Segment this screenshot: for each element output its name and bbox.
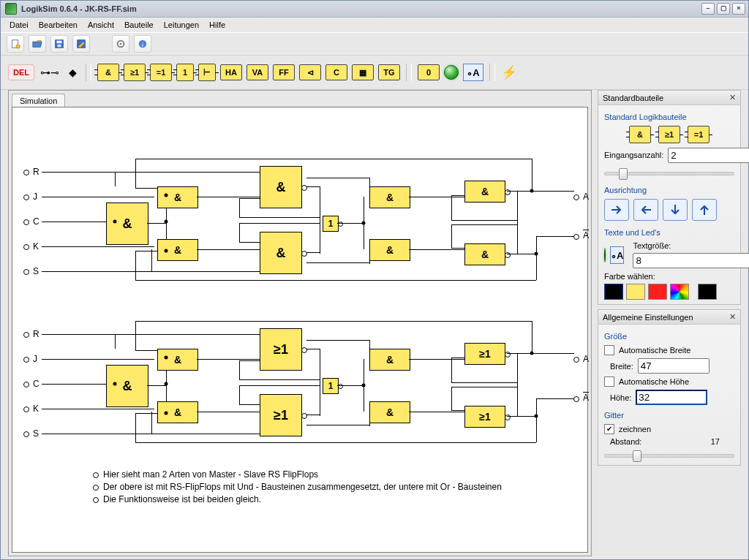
clock-tool[interactable]: C bbox=[325, 64, 347, 80]
std-and[interactable]: & bbox=[629, 126, 651, 143]
io-a2-bar: A bbox=[583, 393, 589, 403]
and-gate-tool[interactable]: & bbox=[97, 64, 119, 81]
color-red[interactable] bbox=[648, 284, 667, 300]
io-s: S bbox=[33, 266, 39, 276]
gate: ≥1 bbox=[260, 394, 302, 436]
io-k: K bbox=[33, 241, 39, 251]
auto-height-checkbox[interactable] bbox=[604, 377, 614, 387]
gate: & bbox=[369, 186, 410, 208]
node-tool[interactable]: ◆ bbox=[65, 67, 80, 78]
info-button[interactable]: i bbox=[134, 35, 151, 53]
gate: & bbox=[157, 401, 198, 423]
settings-button[interactable] bbox=[112, 35, 129, 53]
const-zero-tool[interactable]: 0 bbox=[418, 64, 440, 80]
window-title: LogikSim 0.6.4 - JK-RS-FF.sim bbox=[21, 4, 137, 13]
io-a-bar: A bbox=[583, 230, 589, 241]
io-a: A bbox=[583, 192, 589, 202]
panel-close-icon[interactable]: ✕ bbox=[729, 93, 736, 102]
comment-1: Hier sieht man 2 Arten von Master - Slav… bbox=[93, 469, 318, 480]
standard-parts-panel: Standardbauteile✕ Standard Logikbauteile… bbox=[598, 90, 741, 305]
color-label: Farbe wählen: bbox=[604, 272, 734, 281]
color-black[interactable] bbox=[604, 284, 623, 300]
schematic-canvas[interactable]: R J C K S A A R J C K S A A Hier sieh bbox=[12, 107, 587, 552]
color-picker-icon[interactable] bbox=[670, 284, 689, 300]
menu-parts[interactable]: Bauteile bbox=[120, 19, 158, 31]
tab-simulation[interactable]: Simulation bbox=[12, 94, 65, 107]
gate: & bbox=[106, 203, 148, 245]
main-toolbar: i bbox=[1, 32, 748, 56]
splitter-tool[interactable]: ⊢ bbox=[198, 64, 216, 81]
new-button[interactable] bbox=[7, 35, 24, 53]
menubar: Datei Bearbeiten Ansicht Bauteile Leitun… bbox=[1, 18, 748, 32]
general-settings-panel: Allgemeine Einstellungen✕ Größe Automati… bbox=[598, 309, 741, 466]
xor-gate-tool[interactable]: =1 bbox=[150, 64, 172, 81]
junction-tool[interactable]: ⊶⊸ bbox=[39, 67, 61, 78]
close-button[interactable]: × bbox=[732, 3, 745, 15]
panel-title: Standardbauteile bbox=[603, 94, 663, 102]
color-yellow[interactable] bbox=[626, 284, 645, 300]
menu-file[interactable]: Datei bbox=[5, 19, 33, 31]
gate: ≥1 bbox=[260, 328, 302, 371]
svg-point-7 bbox=[120, 43, 122, 45]
dip-tool[interactable]: ▦ bbox=[352, 64, 374, 80]
group-grid: Gitter bbox=[604, 411, 734, 420]
orient-left[interactable] bbox=[633, 199, 658, 221]
io-s2: S bbox=[33, 428, 39, 439]
auto-width-checkbox[interactable] bbox=[604, 345, 614, 355]
width-value[interactable] bbox=[638, 358, 710, 374]
gate: & bbox=[369, 349, 410, 371]
ff-tool[interactable]: FF bbox=[273, 64, 295, 80]
group-size: Größe bbox=[604, 332, 734, 341]
open-button[interactable] bbox=[29, 35, 46, 53]
simulate-button[interactable]: ⚡ bbox=[501, 64, 517, 80]
mux-tool[interactable]: ⊲ bbox=[299, 64, 321, 80]
textsize-value[interactable] bbox=[633, 253, 749, 268]
textsize-label: Textgröße: bbox=[633, 241, 749, 250]
ha-tool[interactable]: HA bbox=[220, 64, 242, 80]
std-or[interactable]: ≥1 bbox=[658, 126, 680, 143]
delete-tool[interactable]: DEL bbox=[8, 64, 34, 80]
inputs-value[interactable] bbox=[668, 148, 749, 163]
grid-draw-label: zeichnen bbox=[619, 425, 651, 434]
io-r: R bbox=[33, 167, 39, 177]
inputs-slider[interactable] bbox=[604, 167, 734, 178]
io-r2: R bbox=[33, 329, 39, 339]
svg-rect-4 bbox=[57, 45, 61, 48]
menu-view[interactable]: Ansicht bbox=[83, 19, 118, 31]
grid-dist-label: Abstand: bbox=[610, 437, 641, 446]
group-orient: Ausrichtung bbox=[604, 186, 734, 194]
gate: & bbox=[369, 401, 410, 423]
group-logic: Standard Logikbauteile bbox=[604, 113, 734, 121]
menu-edit[interactable]: Bearbeiten bbox=[34, 19, 82, 31]
text-picker[interactable]: ∘A bbox=[610, 246, 624, 264]
edit-button[interactable] bbox=[72, 35, 90, 53]
grid-slider[interactable] bbox=[604, 449, 734, 461]
workspace: Simulation R J C K S A A R J C K S bbox=[8, 90, 592, 556]
minimize-button[interactable]: – bbox=[701, 3, 715, 15]
buffer-gate-tool[interactable]: 1 bbox=[176, 64, 194, 81]
tg-tool[interactable]: TG bbox=[378, 64, 400, 80]
orient-down[interactable] bbox=[663, 199, 688, 221]
led-tool[interactable] bbox=[444, 65, 459, 80]
inputs-label: Eingangsanzahl: bbox=[604, 151, 663, 159]
text-tool[interactable]: ∘A bbox=[463, 64, 483, 81]
va-tool[interactable]: VA bbox=[246, 64, 268, 80]
height-label: Höhe: bbox=[610, 393, 631, 402]
orient-up[interactable] bbox=[692, 199, 717, 221]
grid-draw-checkbox[interactable]: ✔ bbox=[604, 424, 614, 434]
save-button[interactable] bbox=[50, 35, 68, 53]
menu-help[interactable]: Hilfe bbox=[205, 19, 230, 31]
svg-point-1 bbox=[16, 45, 20, 48]
gate: & bbox=[157, 239, 198, 261]
io-j2: J bbox=[33, 354, 37, 364]
led-picker[interactable] bbox=[604, 248, 606, 262]
maximize-button[interactable]: ▢ bbox=[717, 3, 730, 15]
io-c2: C bbox=[33, 379, 39, 389]
orient-right[interactable] bbox=[604, 199, 629, 221]
std-xor[interactable]: =1 bbox=[688, 126, 710, 143]
gate: & bbox=[106, 365, 148, 407]
height-value[interactable] bbox=[636, 390, 707, 405]
or-gate-tool[interactable]: ≥1 bbox=[124, 64, 146, 81]
gen-close-icon[interactable]: ✕ bbox=[729, 312, 736, 322]
menu-wires[interactable]: Leitungen bbox=[159, 19, 203, 31]
